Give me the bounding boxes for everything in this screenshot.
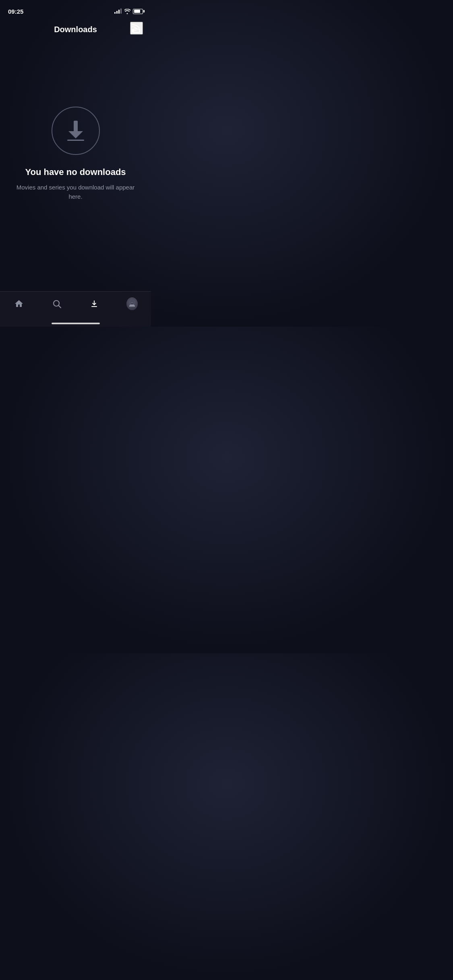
svg-rect-4 bbox=[91, 306, 97, 307]
status-bar: 09:25 bbox=[0, 0, 151, 18]
cast-icon bbox=[131, 23, 142, 33]
status-time: 09:25 bbox=[8, 8, 23, 15]
empty-state-title: You have no downloads bbox=[25, 167, 126, 177]
downloads-nav-icon bbox=[89, 298, 100, 309]
nav-item-downloads[interactable] bbox=[82, 296, 106, 312]
nav-item-search[interactable] bbox=[45, 296, 69, 312]
user-avatar bbox=[126, 297, 138, 310]
nav-item-profile[interactable] bbox=[120, 296, 144, 312]
search-nav-icon bbox=[51, 298, 62, 309]
wifi-icon bbox=[124, 9, 130, 14]
page-title: Downloads bbox=[54, 25, 97, 34]
bottom-navigation bbox=[0, 291, 151, 327]
svg-line-3 bbox=[58, 306, 61, 308]
home-nav-icon bbox=[13, 298, 25, 309]
page-header: Downloads bbox=[0, 18, 151, 38]
battery-icon bbox=[133, 9, 143, 14]
empty-state-subtitle: Movies and series you download will appe… bbox=[12, 183, 139, 201]
nav-item-home[interactable] bbox=[7, 296, 31, 312]
empty-state: You have no downloads Movies and series … bbox=[0, 107, 151, 201]
status-icons bbox=[114, 9, 143, 14]
profile-nav-icon bbox=[126, 298, 138, 309]
download-arrow-icon bbox=[67, 121, 84, 141]
home-indicator bbox=[52, 323, 100, 324]
signal-icon bbox=[114, 9, 122, 14]
download-circle-icon bbox=[52, 107, 100, 155]
cast-button[interactable] bbox=[130, 22, 143, 35]
svg-point-8 bbox=[131, 302, 133, 303]
